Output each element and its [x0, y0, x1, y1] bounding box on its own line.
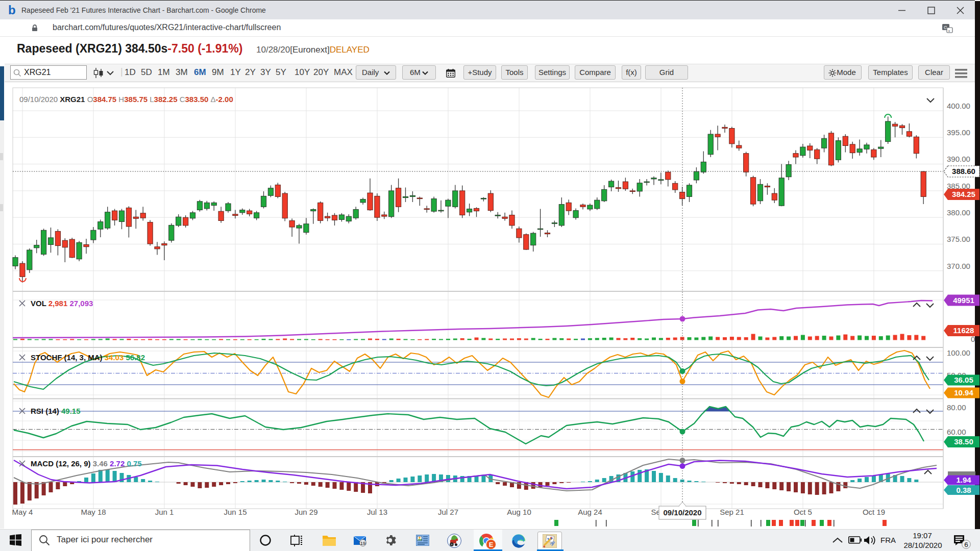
svg-text:0.38: 0.38 [956, 486, 971, 494]
svg-text:Jul 27: Jul 27 [438, 508, 458, 516]
svg-text:1.94: 1.94 [956, 475, 971, 484]
svg-text:38.50: 38.50 [954, 437, 973, 446]
svg-text:MACD (12, 26, 9) 3.46 2.72 0.7: MACD (12, 26, 9) 3.46 2.72 0.75 [31, 459, 142, 468]
svg-text:60.00: 60.00 [947, 428, 966, 436]
svg-text:384.25: 384.25 [952, 190, 975, 198]
svg-text:Jun 29: Jun 29 [295, 508, 317, 516]
svg-text:Jun 15: Jun 15 [224, 508, 247, 516]
svg-text:36.05: 36.05 [954, 375, 973, 384]
svg-text:May 4: May 4 [12, 508, 33, 516]
svg-text:395.00: 395.00 [947, 128, 970, 137]
svg-text:Aug 24: Aug 24 [578, 508, 602, 516]
svg-text:375.00: 375.00 [947, 235, 970, 243]
svg-text:09/10/2020: 09/10/2020 [663, 508, 701, 517]
svg-text:388.60: 388.60 [952, 167, 975, 176]
svg-text:80.00: 80.00 [947, 403, 966, 412]
svg-text:RSI (14) 49.15: RSI (14) 49.15 [31, 407, 81, 415]
svg-text:Sep 21: Sep 21 [720, 508, 744, 516]
svg-text:10.94: 10.94 [954, 388, 973, 397]
svg-text:May 18: May 18 [81, 508, 106, 516]
svg-text:Jul 13: Jul 13 [367, 508, 387, 516]
svg-text:STOCHF (14, 3, MA) 34.03 56.82: STOCHF (14, 3, MA) 34.03 56.82 [31, 353, 145, 362]
svg-text:Oct 5: Oct 5 [794, 508, 812, 516]
svg-text:Jun 1: Jun 1 [155, 508, 174, 516]
svg-text:Oct 19: Oct 19 [863, 508, 885, 516]
svg-text:370.00: 370.00 [947, 262, 970, 270]
svg-text:380.00: 380.00 [947, 208, 970, 217]
svg-text:49951: 49951 [953, 296, 974, 305]
svg-text:100.00: 100.00 [947, 348, 970, 357]
svg-text:Aug 10: Aug 10 [507, 508, 531, 516]
svg-text:400.00: 400.00 [947, 102, 970, 110]
svg-text:11628: 11628 [953, 326, 974, 335]
svg-text:09/10/2020 XRG21 O384.75 H38: 09/10/2020 XRG21 O384.75 H385.75 L382.25… [19, 95, 233, 104]
svg-text:390.00: 390.00 [947, 155, 970, 163]
svg-text:VOL 2,981 27,093: VOL 2,981 27,093 [31, 299, 93, 308]
